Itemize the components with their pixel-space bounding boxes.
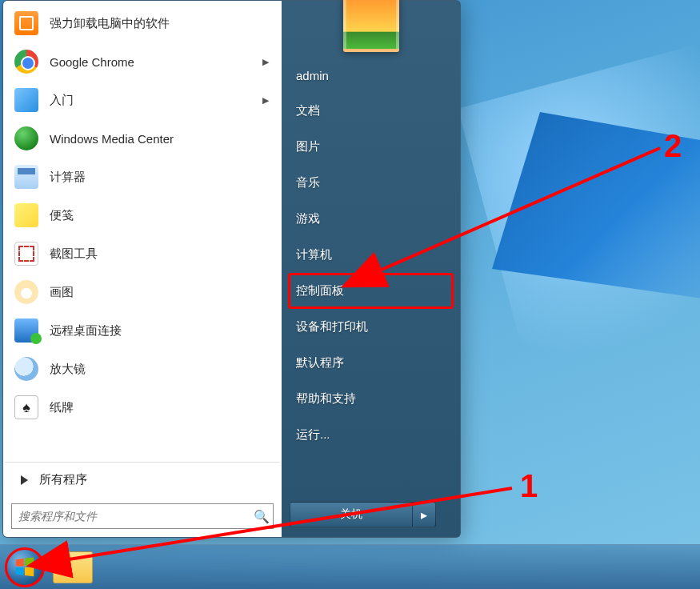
svg-line-1	[64, 488, 512, 560]
annotation-overlay	[0, 0, 700, 589]
svg-line-0	[376, 148, 660, 272]
